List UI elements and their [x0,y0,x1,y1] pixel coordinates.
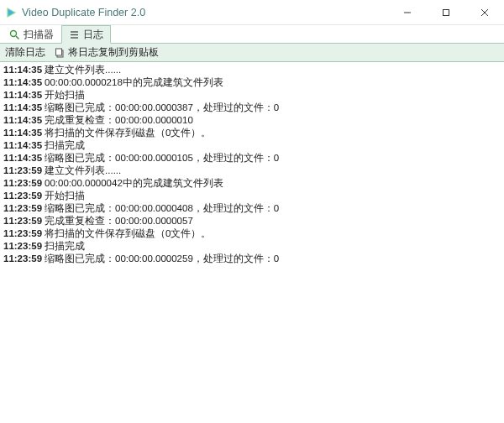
copy-log-button[interactable]: 将日志复制到剪贴板 [54,45,159,60]
app-logo-icon [5,7,17,18]
log-row: 11:23:59将扫描的文件保存到磁盘（0文件）。 [3,227,501,240]
log-timestamp: 11:14:35 [3,114,42,127]
tab-log[interactable]: 日志 [61,25,111,44]
tab-scanner[interactable]: 扫描器 [2,25,61,44]
title-bar: Video Duplicate Finder 2.0 [0,0,504,25]
log-message: 完成重复检查：00:00:00.0000057 [45,215,193,227]
window-controls [388,0,504,24]
log-message: 缩略图已完成：00:00:00.0000387，处理过的文件：0 [45,102,279,114]
log-timestamp: 11:14:35 [3,76,42,89]
log-message: 00:00:00.0000042中的完成建筑文件列表 [45,177,223,190]
log-message: 扫描完成 [45,139,85,152]
log-message: 00:00:00.0000218中的完成建筑文件列表 [45,76,223,89]
svg-rect-3 [444,9,449,15]
svg-marker-0 [8,8,15,17]
svg-point-6 [11,31,17,37]
log-message: 将扫描的文件保存到磁盘（0文件）。 [45,127,211,139]
log-row: 11:14:35缩略图已完成：00:00:00.0000387，处理过的文件：0 [3,102,501,114]
log-row: 11:14:35将扫描的文件保存到磁盘（0文件）。 [3,127,501,139]
log-row: 11:23:59缩略图已完成：00:00:00.0000259，处理过的文件：0 [3,253,501,265]
tab-strip: 扫描器 日志 [0,25,504,44]
tab-log-label: 日志 [83,28,103,42]
log-row: 11:23:59扫描完成 [3,240,501,253]
log-timestamp: 11:14:35 [3,89,42,102]
svg-line-7 [16,36,19,39]
log-message: 建立文件列表...... [45,164,121,177]
close-button[interactable] [465,0,504,24]
copy-icon [54,47,65,58]
log-row: 11:23:59建立文件列表...... [3,164,501,177]
log-message: 缩略图已完成：00:00:00.0000105，处理过的文件：0 [45,152,279,164]
maximize-button[interactable] [427,0,465,24]
log-row: 11:14:35扫描完成 [3,139,501,152]
clear-log-button[interactable]: 清除日志 [5,45,45,60]
log-timestamp: 11:14:35 [3,102,42,114]
title-bar-left: Video Duplicate Finder 2.0 [5,7,145,18]
log-message: 缩略图已完成：00:00:00.0000408，处理过的文件：0 [45,202,279,215]
log-row: 11:23:59开始扫描 [3,190,501,202]
log-row: 11:14:35开始扫描 [3,89,501,102]
log-row: 11:14:35缩略图已完成：00:00:00.0000105，处理过的文件：0 [3,152,501,164]
log-timestamp: 11:23:59 [3,164,42,177]
log-timestamp: 11:23:59 [3,240,42,253]
log-row: 11:14:3500:00:00.0000218中的完成建筑文件列表 [3,76,501,89]
log-timestamp: 11:23:59 [3,227,42,240]
copy-log-label: 将日志复制到剪贴板 [68,45,159,60]
window-title: Video Duplicate Finder 2.0 [22,7,145,18]
log-timestamp: 11:14:35 [3,127,42,139]
log-output[interactable]: 11:14:35建立文件列表......11:14:3500:00:00.000… [0,62,504,423]
clear-log-label: 清除日志 [5,45,45,60]
log-message: 完成重复检查：00:00:00.0000010 [45,114,193,127]
log-message: 建立文件列表...... [45,64,121,76]
log-row: 11:14:35建立文件列表...... [3,64,501,76]
log-timestamp: 11:14:35 [3,139,42,152]
log-row: 11:23:59完成重复检查：00:00:00.0000057 [3,215,501,227]
log-timestamp: 11:14:35 [3,152,42,164]
log-message: 开始扫描 [45,89,85,102]
log-timestamp: 11:23:59 [3,177,42,190]
log-message: 缩略图已完成：00:00:00.0000259，处理过的文件：0 [45,253,279,265]
log-timestamp: 11:23:59 [3,190,42,202]
minimize-button[interactable] [388,0,427,24]
log-message: 开始扫描 [45,190,85,202]
log-message: 扫描完成 [45,240,85,253]
log-toolbar: 清除日志 将日志复制到剪贴板 [0,44,504,62]
log-timestamp: 11:23:59 [3,202,42,215]
log-row: 11:14:35完成重复检查：00:00:00.0000010 [3,114,501,127]
log-timestamp: 11:23:59 [3,215,42,227]
log-list-icon [69,29,80,40]
log-row: 11:23:5900:00:00.0000042中的完成建筑文件列表 [3,177,501,190]
scanner-icon [9,29,20,40]
log-message: 将扫描的文件保存到磁盘（0文件）。 [45,227,211,240]
svg-rect-12 [55,49,61,55]
log-row: 11:23:59缩略图已完成：00:00:00.0000408，处理过的文件：0 [3,202,501,215]
tab-scanner-label: 扫描器 [24,28,54,42]
log-timestamp: 11:14:35 [3,64,42,76]
log-timestamp: 11:23:59 [3,253,42,265]
